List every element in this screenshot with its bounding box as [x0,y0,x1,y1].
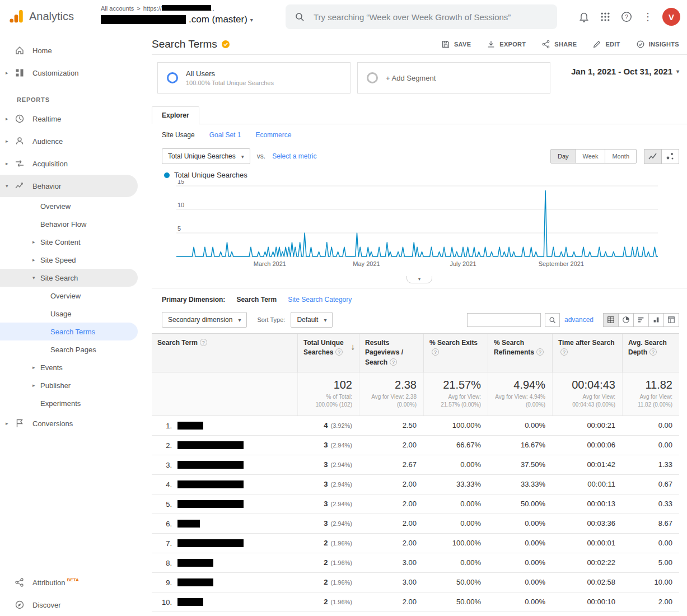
secondary-dimension-dropdown[interactable]: Secondary dimension ▾ [162,312,247,328]
sidebar-item-site-speed[interactable]: ▸Site Speed [0,251,138,269]
sidebar-item-usage[interactable]: Usage [0,305,138,323]
percentage-view-button[interactable] [618,313,634,327]
help-icon[interactable]: ? [200,339,207,346]
column-header-avg-search-depth[interactable]: Avg. Search Depth? [622,334,679,372]
avatar[interactable]: V [662,8,680,26]
search-refinements-cell: 0.00% [488,534,552,553]
pageviews-per-search-cell: 2.00 [359,494,423,514]
help-icon[interactable]: ? [620,10,633,24]
help-icon[interactable]: ? [432,348,439,356]
sidebar-item-site-content[interactable]: ▸Site Content [0,233,138,251]
sidebar-item-behavior[interactable]: ▾Behavior [0,175,138,197]
help-icon[interactable]: ? [390,358,397,366]
motion-chart-button[interactable] [661,149,679,164]
metric-selector-dropdown[interactable]: Total Unique Searches ▾ [162,148,250,164]
breadcrumb[interactable]: All accounts > https://.. [101,5,253,12]
search-term-cell[interactable]: 6. [152,514,297,533]
granularity-month-button[interactable]: Month [605,149,637,164]
add-segment-button[interactable]: + Add Segment [357,62,550,94]
insights-button[interactable]: INSIGHTS [636,40,679,49]
sidebar-item-realtime[interactable]: ▸Realtime [0,108,138,130]
sidebar-item-discover[interactable]: Discover [0,594,138,616]
sidebar-item-events[interactable]: ▸Events [0,358,138,376]
edit-button[interactable]: EDIT [592,40,620,49]
sidebar-item-behavior-flow[interactable]: Behavior Flow [0,215,138,233]
subtab-site-usage[interactable]: Site Usage [162,131,195,139]
segment-all-users[interactable]: All Users 100.00% Total Unique Searches [157,62,350,94]
sidebar-item-acquisition[interactable]: ▸Acquisition [0,152,138,175]
dimension-search-term[interactable]: Search Term [236,296,277,304]
global-search-input[interactable] [312,12,548,22]
chart-collapse-button[interactable]: ▾ [406,276,432,283]
sidebar-item-overview[interactable]: Overview [0,197,138,215]
help-icon[interactable]: ? [536,348,544,356]
column-header-search-term[interactable]: Search Term? [152,334,297,372]
search-term-cell[interactable]: 9. [152,573,297,592]
sidebar-item-search-terms[interactable]: Search Terms [0,323,138,340]
table-search-button[interactable] [545,313,560,327]
search-term-cell[interactable]: 7. [152,534,297,553]
pivot-view-button[interactable] [663,313,679,327]
sidebar-item-home[interactable]: Home [0,39,138,62]
granularity-week-button[interactable]: Week [576,149,606,164]
unique-searches-percent: (2.94%) [330,501,352,507]
sort-type-dropdown[interactable]: Default ▾ [291,312,333,328]
advanced-link[interactable]: advanced [564,316,593,324]
help-icon[interactable]: ? [335,348,343,356]
subtab-ecommerce[interactable]: Ecommerce [255,131,291,139]
help-icon[interactable]: ? [649,348,657,356]
search-term-cell[interactable]: 1. [152,416,297,435]
chevron-down-icon: ▾ [6,183,15,189]
subtab-goal-set-1[interactable]: Goal Set 1 [209,131,241,139]
search-refinements-cell: 0.00% [488,592,552,612]
date-range-value: Jan 1, 2021 - Oct 31, 2021 [571,67,672,76]
search-term-cell[interactable]: 10. [152,592,297,612]
help-icon[interactable]: ? [560,348,568,356]
comparison-view-button[interactable] [648,313,664,327]
sidebar-item-experiments[interactable]: Experiments [0,394,138,412]
column-header-search-refinements[interactable]: % Search Refinements? [488,334,552,372]
sort-descending-icon[interactable]: ↓ [351,340,356,353]
search-term-cell[interactable]: 8. [152,553,297,572]
global-search[interactable] [286,4,557,29]
notifications-bell-icon[interactable] [577,10,591,24]
chevron-right-icon: ▸ [32,365,40,370]
date-range-picker[interactable]: Jan 1, 2021 - Oct 31, 2021 ▾ [571,62,679,76]
apps-grid-icon[interactable] [599,10,612,24]
sidebar-item-customization[interactable]: ▸Customization [0,62,138,84]
unique-searches-cell: 3(2.94%) [297,494,359,514]
sidebar-item-publisher[interactable]: ▸Publisher [0,376,138,394]
column-header-search-exits[interactable]: % Search Exits? [423,334,488,372]
sidebar-item-overview[interactable]: Overview [0,287,138,305]
column-header-total-unique-searches[interactable]: Total Unique Searches?↓ [297,334,359,372]
svg-text:March 2021: March 2021 [254,260,286,267]
sidebar-item-search-pages[interactable]: Search Pages [0,340,138,358]
search-term-cell[interactable]: 4. [152,475,297,494]
breadcrumb-all-accounts[interactable]: All accounts [101,5,134,12]
sidebar-item-attribution[interactable]: AttributionBETA [0,571,138,594]
chevron-down-icon: ▾ [238,317,241,323]
share-button[interactable]: SHARE [541,40,577,49]
sidebar-item-audience[interactable]: ▸Audience [0,130,138,152]
search-depth-cell: 0.00 [622,534,679,553]
dimension-site-search-category[interactable]: Site Search Category [288,296,352,304]
table-search-input[interactable] [467,313,541,327]
save-button[interactable]: SAVE [441,40,471,49]
search-term-cell[interactable]: 3. [152,455,297,474]
more-options-icon[interactable]: ⋮ [641,10,655,24]
column-header-time-after-search[interactable]: Time after Search? [552,334,622,372]
column-header-results-pageviews-search[interactable]: Results Pageviews / Search? [359,334,423,372]
select-metric-link[interactable]: Select a metric [272,152,316,160]
redacted-search-term [177,520,200,528]
sidebar-item-site-search[interactable]: ▾Site Search [0,269,138,287]
performance-view-button[interactable] [633,313,649,327]
granularity-day-button[interactable]: Day [550,149,576,164]
table-view-button[interactable] [603,313,619,327]
search-term-cell[interactable]: 2. [152,436,297,455]
line-chart-button[interactable] [644,149,662,164]
search-term-cell[interactable]: 5. [152,494,297,514]
sidebar-item-conversions[interactable]: ▸Conversions [0,412,138,435]
export-button[interactable]: EXPORT [487,40,526,49]
account-selector[interactable]: .com (master) ▾ [101,14,253,25]
tab-explorer[interactable]: Explorer [152,106,199,124]
